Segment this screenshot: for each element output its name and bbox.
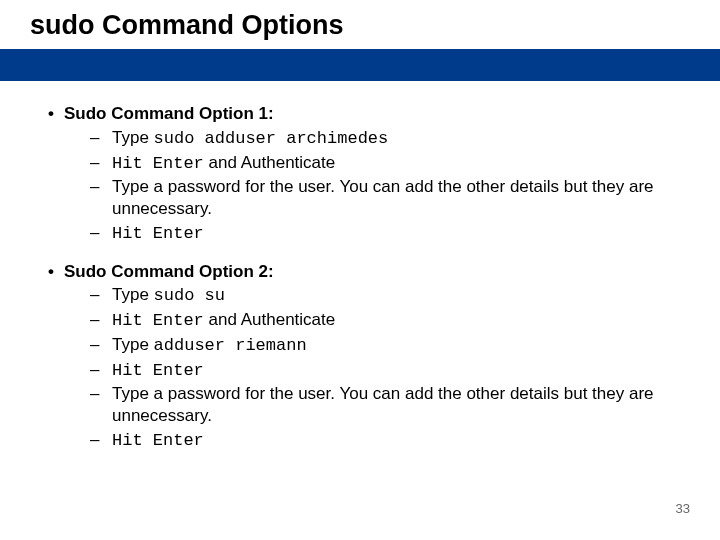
option2-heading: •Sudo Command Option 2: (64, 261, 680, 283)
option2-step4-hit-enter: Hit Enter (112, 361, 204, 380)
option2-step6: –Hit Enter (90, 429, 680, 452)
dash-icon: – (90, 152, 112, 174)
option2-step2: –Hit Enter and Authenticate (90, 309, 680, 332)
bullet-dot-icon: • (48, 261, 64, 283)
option2-step6-hit-enter: Hit Enter (112, 431, 204, 450)
dash-icon: – (90, 222, 112, 244)
option1-step2-hit-enter: Hit Enter (112, 154, 204, 173)
option1-step1: –Type sudo adduser archimedes (90, 127, 680, 150)
dash-icon: – (90, 383, 112, 405)
option2-step3: –Type adduser riemann (90, 334, 680, 357)
option2-step3-command: adduser riemann (154, 336, 307, 355)
option1-step3-text: Type a password for the user. You can ad… (112, 177, 654, 218)
dash-icon: – (90, 334, 112, 356)
option1-heading: •Sudo Command Option 1: (64, 103, 680, 125)
option1-step4-hit-enter: Hit Enter (112, 224, 204, 243)
option1-step1-command: sudo adduser archimedes (154, 129, 389, 148)
option1-step3: –Type a password for the user. You can a… (90, 176, 680, 220)
option2-heading-text: Sudo Command Option 2: (64, 262, 274, 281)
option1-step4: –Hit Enter (90, 222, 680, 245)
option2-step4: –Hit Enter (90, 359, 680, 382)
slide: sudo Command Options •Sudo Command Optio… (0, 0, 720, 540)
dash-icon: – (90, 176, 112, 198)
dash-icon: – (90, 309, 112, 331)
option2-step1: –Type sudo su (90, 284, 680, 307)
bullet-dot-icon: • (48, 103, 64, 125)
option1-step2: –Hit Enter and Authenticate (90, 152, 680, 175)
page-number: 33 (676, 501, 690, 516)
option1-heading-text: Sudo Command Option 1: (64, 104, 274, 123)
option1-step2-post: and Authenticate (204, 153, 335, 172)
option2-step1-command: sudo su (154, 286, 225, 305)
option2-step3-pre: Type (112, 335, 154, 354)
option2-step2-hit-enter: Hit Enter (112, 311, 204, 330)
option2-step5: –Type a password for the user. You can a… (90, 383, 680, 427)
dash-icon: – (90, 359, 112, 381)
dash-icon: – (90, 284, 112, 306)
dash-icon: – (90, 429, 112, 451)
option2-step5-text: Type a password for the user. You can ad… (112, 384, 654, 425)
option2-step1-pre: Type (112, 285, 154, 304)
slide-title: sudo Command Options (0, 0, 720, 49)
dash-icon: – (90, 127, 112, 149)
option1-step1-pre: Type (112, 128, 154, 147)
option2-step2-post: and Authenticate (204, 310, 335, 329)
title-accent-bar (0, 49, 720, 81)
slide-body: •Sudo Command Option 1: –Type sudo addus… (0, 81, 720, 452)
